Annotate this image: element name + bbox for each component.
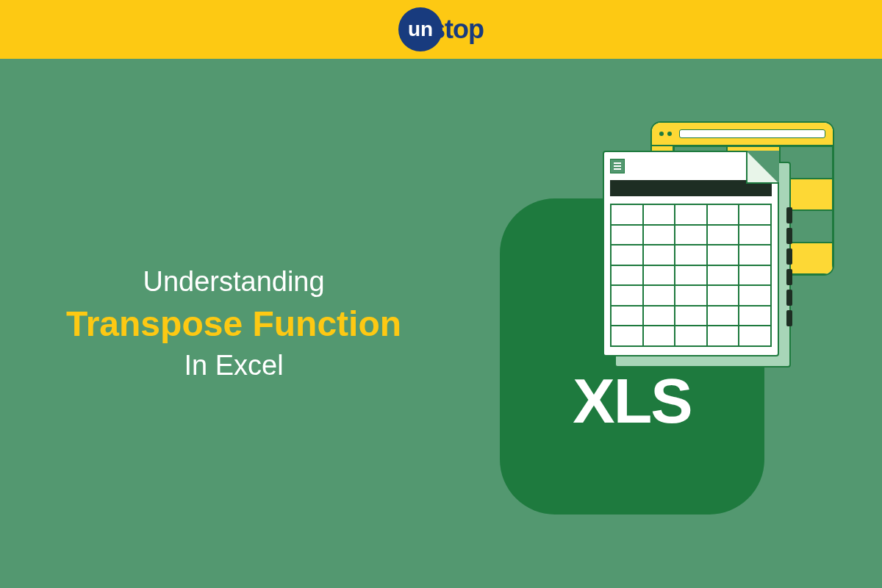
window-control-icon bbox=[659, 132, 664, 136]
sheet-tab-icon bbox=[786, 269, 792, 285]
title-block: Understanding Transpose Function In Exce… bbox=[66, 266, 401, 381]
sheet-tabs bbox=[786, 207, 792, 326]
title-line3: In Excel bbox=[184, 350, 283, 381]
foreground-spreadsheet-document bbox=[603, 151, 779, 356]
title-line1: Understanding bbox=[143, 266, 324, 298]
logo-badge-text: un bbox=[408, 18, 433, 41]
document-grid bbox=[610, 204, 772, 347]
address-bar-icon bbox=[679, 129, 825, 138]
sheet-tab-icon bbox=[786, 248, 792, 265]
sheet-tab-icon bbox=[786, 290, 792, 306]
sheet-tab-icon bbox=[786, 207, 792, 223]
page-fold-icon bbox=[746, 151, 779, 184]
header-band: un stop bbox=[0, 0, 882, 59]
window-control-icon bbox=[667, 132, 672, 136]
logo-suffix-text: stop bbox=[431, 14, 484, 45]
sheet-tab-icon bbox=[786, 228, 792, 244]
window-header bbox=[652, 123, 833, 146]
xls-illustration: XLS bbox=[485, 118, 838, 529]
spreadsheet-icon bbox=[610, 159, 625, 173]
xls-file-label: XLS bbox=[573, 365, 691, 437]
main-panel: Understanding Transpose Function In Exce… bbox=[0, 59, 882, 588]
sheet-tab-icon bbox=[786, 310, 792, 326]
title-line2: Transpose Function bbox=[66, 304, 401, 344]
